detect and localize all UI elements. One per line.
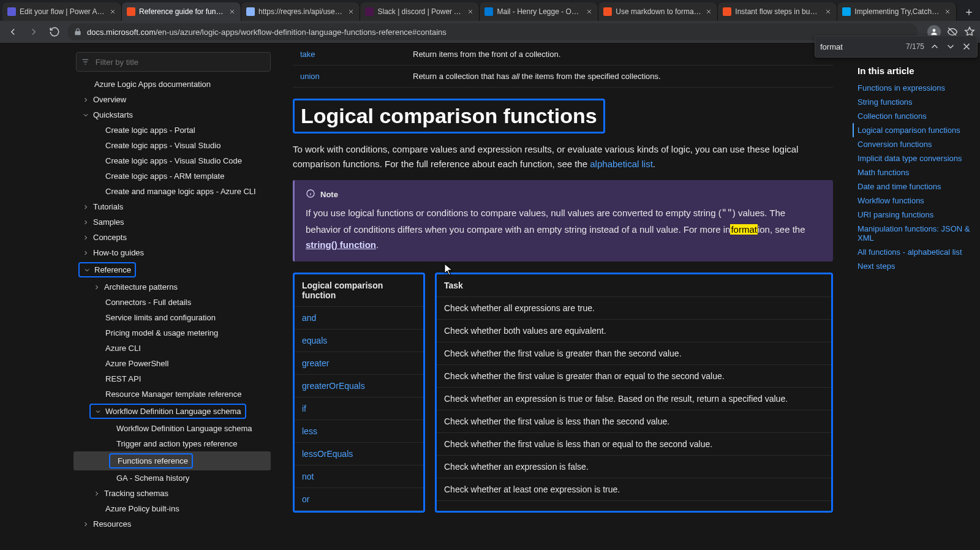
in-article-link[interactable]: Collection functions <box>858 111 927 121</box>
in-article-link[interactable]: Date and time functions <box>858 182 941 191</box>
in-article-link[interactable]: URI parsing functions <box>858 210 933 219</box>
in-article-item[interactable]: Manipulation functions: JSON & XML <box>858 222 978 245</box>
browser-tab[interactable]: Use markdown to format P <box>598 2 718 21</box>
in-article-item[interactable]: Implicit data type conversions <box>858 151 978 165</box>
sidebar-item[interactable]: Resources <box>74 516 271 532</box>
close-icon[interactable] <box>467 8 474 15</box>
close-icon[interactable] <box>586 8 593 15</box>
fn-link[interactable]: not <box>302 472 314 481</box>
close-icon[interactable] <box>109 8 116 15</box>
browser-tab[interactable]: Mail - Henry Legge - Outlo <box>480 2 598 21</box>
close-icon[interactable] <box>228 8 236 15</box>
fn-link-union[interactable]: union <box>300 72 320 81</box>
reload-button[interactable] <box>47 24 62 40</box>
in-article-item[interactable]: Conversion functions <box>858 137 978 151</box>
browser-tab[interactable]: Edit your flow | Power Auto <box>2 2 122 21</box>
in-article-link[interactable]: Math functions <box>858 168 910 177</box>
fn-link[interactable]: equals <box>302 336 327 345</box>
sidebar-item[interactable]: Create logic apps - Visual Studio <box>74 138 271 153</box>
fn-task: Check whether the first value is less th… <box>437 410 831 432</box>
sidebar-item[interactable]: Overview <box>74 92 271 107</box>
sidebar-item[interactable]: Trigger and action types reference <box>74 436 271 451</box>
in-article-link[interactable]: All functions - alphabetical list <box>858 247 962 257</box>
sidebar-item-label: Azure Logic Apps documentation <box>94 80 266 89</box>
in-article-item[interactable]: URI parsing functions <box>858 208 978 222</box>
in-article-item[interactable]: All functions - alphabetical list <box>858 245 978 259</box>
sidebar-item[interactable]: Create logic apps - Portal <box>74 122 271 138</box>
fn-link[interactable]: greater <box>302 358 329 368</box>
sidebar-item[interactable]: Azure CLI <box>74 341 271 356</box>
string-function-link[interactable]: string() function <box>306 239 376 250</box>
alphabetical-list-link[interactable]: alphabetical list <box>590 159 653 169</box>
sidebar-item[interactable]: Resource Manager template reference <box>74 386 271 402</box>
left-gutter <box>0 43 74 550</box>
close-icon[interactable] <box>705 8 712 15</box>
in-article-item[interactable]: Workflow functions <box>858 194 978 208</box>
sidebar-item[interactable]: Samples <box>74 214 271 230</box>
find-close-button[interactable] <box>961 41 972 52</box>
fn-link[interactable]: and <box>302 313 316 323</box>
forward-button[interactable] <box>26 24 42 40</box>
close-icon[interactable] <box>824 8 832 15</box>
browser-tab[interactable]: Reference guide for functio <box>122 2 241 21</box>
browser-tab[interactable]: Slack | discord | Power Aut <box>360 2 480 21</box>
in-article-item[interactable]: Logical comparison functions <box>853 123 978 137</box>
new-tab-button[interactable] <box>960 4 978 21</box>
sidebar-item[interactable]: Azure PowerShell <box>74 356 271 371</box>
sidebar-item[interactable]: Service limits and configuration <box>74 310 271 325</box>
fn-link[interactable]: less <box>302 426 317 436</box>
sidebar-item[interactable]: Create logic apps - ARM template <box>74 168 271 184</box>
find-prev-button[interactable] <box>929 41 940 52</box>
in-article-link[interactable]: Logical comparison functions <box>858 126 960 135</box>
sidebar-item[interactable]: Create logic apps - Visual Studio Code <box>74 153 271 168</box>
filter-input[interactable] <box>94 57 265 67</box>
find-in-page[interactable]: format 7/175 <box>815 36 978 58</box>
in-article-link[interactable]: Workflow functions <box>858 196 924 205</box>
find-next-button[interactable] <box>945 41 956 52</box>
back-button[interactable] <box>5 24 21 40</box>
in-article-item[interactable]: Math functions <box>858 165 978 179</box>
sidebar-item[interactable]: Quickstarts <box>74 107 271 122</box>
in-article-link[interactable]: Manipulation functions: JSON & XML <box>858 224 970 243</box>
sidebar-item-label: Service limits and configuration <box>105 313 266 322</box>
in-article-item[interactable]: Date and time functions <box>858 179 978 194</box>
find-query[interactable]: format <box>820 42 901 51</box>
filter-by-title[interactable] <box>76 52 271 72</box>
sidebar-item[interactable]: Azure Logic Apps documentation <box>74 77 271 92</box>
sidebar-item[interactable]: Connectors - Full details <box>74 295 271 310</box>
in-article-link[interactable]: Conversion functions <box>858 140 932 149</box>
close-icon[interactable] <box>944 8 951 15</box>
close-icon[interactable] <box>347 8 355 15</box>
browser-tab[interactable]: Implementing Try,Catch an <box>837 2 957 21</box>
sidebar-item[interactable]: Concepts <box>74 230 271 245</box>
address-bar[interactable]: docs.microsoft.com/en-us/azure/logic-app… <box>67 23 918 40</box>
fn-link[interactable]: if <box>302 404 306 413</box>
in-article-item[interactable]: String functions <box>858 95 978 109</box>
browser-tab[interactable]: https://reqres.in/api/users? <box>241 2 360 21</box>
fn-link[interactable]: or <box>302 494 309 504</box>
sidebar-item[interactable]: How-to guides <box>74 245 271 260</box>
in-article-item[interactable]: Collection functions <box>858 109 978 123</box>
sidebar-item[interactable]: GA - Schema history <box>74 470 271 486</box>
sidebar-item[interactable]: Create and manage logic apps - Azure CLI <box>74 184 271 199</box>
sidebar-item[interactable]: Workflow Definition Language schema <box>74 421 271 436</box>
fn-link-take[interactable]: take <box>300 50 315 59</box>
sidebar-item[interactable]: Azure Policy built-ins <box>74 501 271 516</box>
sidebar-item[interactable]: Tracking schemas <box>74 486 271 501</box>
sidebar-item[interactable]: Functions reference <box>74 451 271 470</box>
in-article-link[interactable]: Functions in expressions <box>858 83 945 92</box>
sidebar-item[interactable]: Workflow Definition Language schema <box>74 402 271 421</box>
sidebar-item[interactable]: Reference <box>74 260 271 279</box>
in-article-link[interactable]: Next steps <box>858 262 895 271</box>
sidebar-item[interactable]: Tutorials <box>74 199 271 214</box>
browser-tab[interactable]: Instant flow steps in busine <box>718 2 837 21</box>
fn-link[interactable]: lessOrEquals <box>302 449 353 459</box>
in-article-link[interactable]: Implicit data type conversions <box>858 154 962 163</box>
fn-link[interactable]: greaterOrEquals <box>302 381 365 391</box>
in-article-item[interactable]: Functions in expressions <box>858 81 978 95</box>
sidebar-item[interactable]: Pricing model & usage metering <box>74 325 271 341</box>
sidebar-item[interactable]: Architecture patterns <box>74 279 271 295</box>
in-article-link[interactable]: String functions <box>858 97 913 107</box>
sidebar-item[interactable]: REST API <box>74 371 271 386</box>
in-article-item[interactable]: Next steps <box>858 259 978 273</box>
